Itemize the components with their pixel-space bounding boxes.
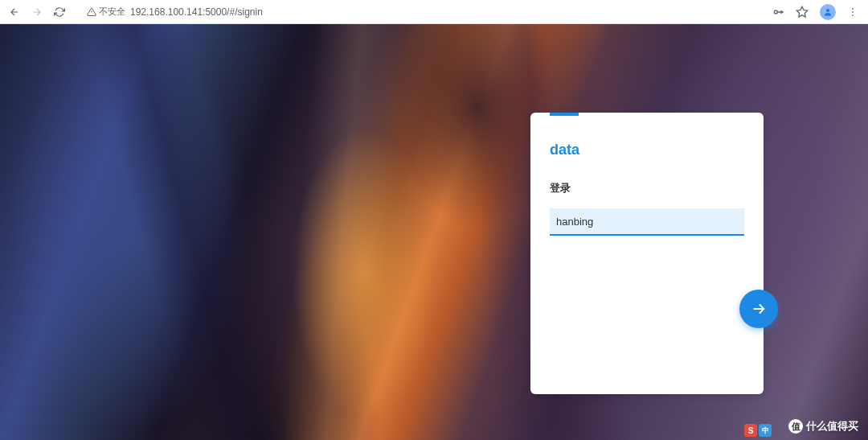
arrow-right-icon: [750, 300, 768, 318]
watermark-logo: 值: [788, 419, 803, 434]
nav-back-button[interactable]: [6, 4, 23, 20]
bookmark-star-icon[interactable]: [796, 6, 809, 19]
svg-point-0: [774, 10, 777, 14]
security-label: 不安全: [99, 6, 125, 18]
svg-point-2: [826, 9, 829, 12]
ime-badge-lang[interactable]: 中: [759, 424, 772, 437]
address-bar[interactable]: 不安全 192.168.100.141:5000/#/signin: [80, 3, 765, 21]
svg-point-5: [852, 14, 854, 16]
watermark-text: 什么值得买: [806, 419, 858, 434]
browser-toolbar: 不安全 192.168.100.141:5000/#/signin: [0, 0, 868, 24]
browser-right-icons: [772, 4, 862, 20]
tab-indicator: [550, 113, 579, 116]
menu-dots-icon[interactable]: [847, 6, 858, 18]
watermark: 值 什么值得买: [788, 419, 858, 434]
login-card: data 登录: [530, 113, 764, 394]
page-content: data 登录 S 中 值 什么值得买: [0, 24, 868, 440]
login-heading: 登录: [550, 181, 744, 195]
username-input[interactable]: [550, 208, 744, 236]
profile-button[interactable]: [820, 4, 836, 20]
svg-point-3: [852, 8, 854, 10]
svg-point-4: [852, 11, 854, 13]
security-badge: 不安全: [87, 6, 125, 18]
svg-marker-1: [796, 6, 807, 17]
password-icon[interactable]: [772, 6, 784, 19]
url-text: 192.168.100.141:5000/#/signin: [130, 6, 263, 18]
nav-reload-button[interactable]: [51, 4, 68, 20]
ime-indicator: S 中: [744, 424, 772, 437]
warning-icon: [87, 7, 96, 17]
submit-button[interactable]: [739, 290, 778, 328]
brand-title: data: [550, 142, 744, 158]
ime-badge-sogou[interactable]: S: [744, 424, 757, 437]
nav-forward-button[interactable]: [29, 4, 45, 20]
